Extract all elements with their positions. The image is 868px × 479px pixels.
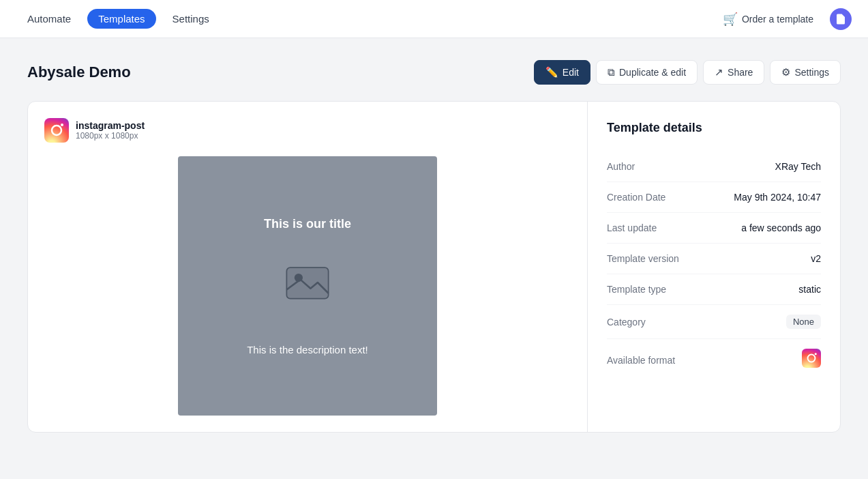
details-title: Template details: [607, 121, 821, 135]
version-label: Template version: [607, 253, 679, 264]
creation-date-value: May 9th 2024, 10:47: [734, 192, 821, 203]
duplicate-edit-button[interactable]: ⧉ Duplicate & edit: [596, 60, 698, 85]
author-label: Author: [607, 161, 635, 172]
avatar[interactable]: [830, 8, 852, 30]
svg-point-2: [61, 124, 63, 126]
svg-rect-6: [802, 349, 821, 368]
details-panel: Template details Author XRay Tech Creati…: [588, 102, 840, 432]
duplicate-edit-label: Duplicate & edit: [619, 67, 686, 78]
order-template-label: Order a template: [742, 14, 813, 25]
category-badge: None: [786, 315, 821, 329]
last-update-label: Last update: [607, 222, 657, 233]
preview-description-text: This is the description text!: [247, 344, 368, 355]
creation-date-label: Creation Date: [607, 192, 665, 203]
svg-point-8: [815, 353, 817, 355]
detail-row-author: Author XRay Tech: [607, 151, 821, 182]
template-dimensions: 1080px x 1080px: [76, 131, 145, 141]
preview-image: This is our title This is the descriptio…: [178, 156, 437, 416]
detail-row-category: Category None: [607, 305, 821, 339]
edit-icon: ✏️: [545, 66, 558, 78]
page-header: Abysale Demo ✏️ Edit ⧉ Duplicate & edit …: [27, 60, 841, 85]
share-icon: ↗: [715, 66, 723, 78]
page-title: Abysale Demo: [27, 63, 131, 81]
order-template-button[interactable]: 🛒 Order a template: [723, 12, 813, 27]
main-content: Abysale Demo ✏️ Edit ⧉ Duplicate & edit …: [0, 38, 868, 454]
version-value: v2: [811, 253, 821, 264]
template-card: instagram-post 1080px x 1080px This is o…: [27, 101, 841, 433]
type-value: static: [798, 284, 821, 295]
action-buttons: ✏️ Edit ⧉ Duplicate & edit ↗ Share ⚙ Set…: [534, 60, 841, 85]
nav-templates[interactable]: Templates: [87, 9, 155, 29]
template-info: instagram-post 1080px x 1080px: [76, 120, 145, 141]
instagram-icon: [44, 118, 69, 143]
settings-button[interactable]: ⚙ Settings: [770, 60, 841, 85]
preview-title-text: This is our title: [264, 217, 351, 231]
type-label: Template type: [607, 284, 666, 295]
share-label: Share: [728, 67, 753, 78]
detail-row-format: Available format: [607, 339, 821, 381]
category-label: Category: [607, 317, 646, 328]
detail-row-type: Template type static: [607, 274, 821, 305]
detail-row-creation: Creation Date May 9th 2024, 10:47: [607, 182, 821, 213]
last-update-value: a few seconds ago: [741, 222, 821, 233]
author-value: XRay Tech: [775, 161, 821, 172]
edit-button[interactable]: ✏️ Edit: [534, 60, 590, 85]
edit-label: Edit: [563, 67, 579, 78]
preview-image-wrapper: This is our title This is the descriptio…: [44, 156, 571, 416]
share-button[interactable]: ↗ Share: [703, 60, 764, 85]
preview-panel: instagram-post 1080px x 1080px This is o…: [28, 102, 588, 432]
duplicate-icon: ⧉: [608, 66, 615, 78]
navbar: Automate Templates Settings 🛒 Order a te…: [0, 0, 868, 38]
svg-rect-3: [286, 267, 328, 299]
nav-settings[interactable]: Settings: [162, 9, 220, 29]
format-label: Available format: [607, 355, 675, 366]
svg-rect-0: [44, 118, 69, 143]
image-placeholder-icon: [284, 259, 331, 317]
gear-icon: ⚙: [781, 66, 790, 78]
detail-row-last-update: Last update a few seconds ago: [607, 213, 821, 244]
settings-label: Settings: [794, 67, 829, 78]
detail-row-version: Template version v2: [607, 244, 821, 274]
format-instagram-icon: [802, 349, 821, 372]
cart-icon: 🛒: [723, 12, 738, 27]
template-platform: instagram-post: [76, 120, 145, 131]
template-meta: instagram-post 1080px x 1080px: [44, 118, 571, 143]
nav-automate[interactable]: Automate: [16, 9, 82, 29]
